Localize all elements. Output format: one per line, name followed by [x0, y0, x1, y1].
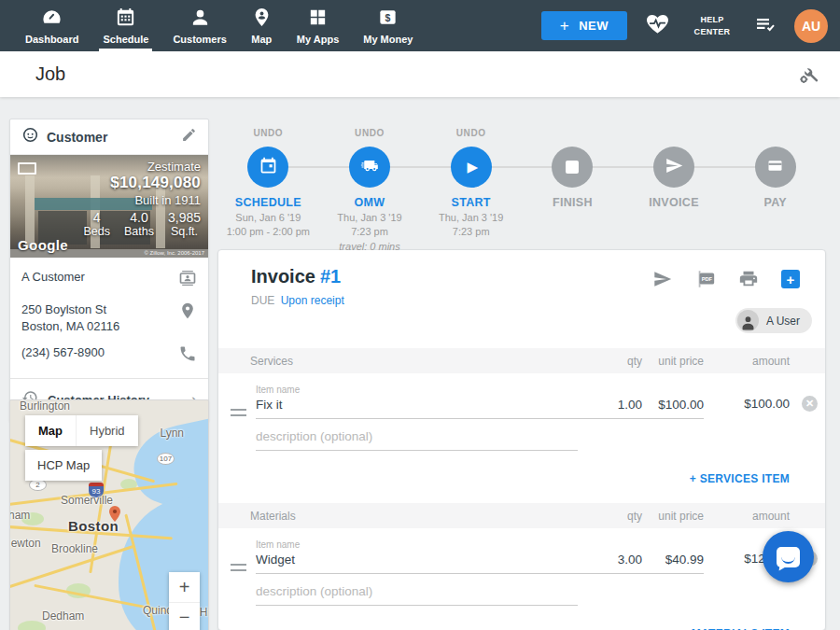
nav-item-my-apps[interactable]: My Apps: [285, 0, 351, 51]
delete-item-icon[interactable]: ✕: [802, 396, 818, 412]
schedule-calendar-icon: [115, 7, 136, 30]
nav-item-label: My Money: [363, 34, 413, 45]
service-name-input[interactable]: [256, 395, 567, 419]
customer-card-title: Customer: [47, 130, 107, 145]
step-sub: Sun, Jan 6 '19 1:00 pm - 2:00 pm: [217, 211, 319, 240]
location-pin-icon[interactable]: [178, 301, 197, 324]
service-description-input[interactable]: [256, 427, 578, 451]
edit-pencil-icon[interactable]: [181, 127, 197, 147]
materials-section-header: Materials qty unit price amount: [218, 503, 825, 528]
chat-messenger-button[interactable]: [763, 531, 814, 582]
invoice-step-circle[interactable]: [653, 147, 694, 188]
undo-start-link[interactable]: UNDO: [420, 128, 522, 140]
pdf-icon[interactable]: PDF: [695, 269, 716, 289]
stop-icon: [566, 161, 579, 174]
finish-step-circle[interactable]: [552, 147, 593, 188]
google-watermark: Google: [18, 237, 68, 253]
step-label: INVOICE: [623, 196, 725, 209]
zoom-out-button[interactable]: −: [169, 602, 200, 630]
step-label: FINISH: [522, 196, 623, 209]
nav-item-map[interactable]: Map: [239, 0, 285, 51]
customers-person-icon: [189, 7, 211, 30]
send-invoice-icon[interactable]: [652, 269, 673, 289]
job-settings-wrench-gear-icon[interactable]: [797, 63, 819, 86]
add-invoice-button[interactable]: +: [781, 270, 800, 288]
page-title: Job: [35, 63, 65, 85]
activity-feed-check-icon[interactable]: [754, 13, 777, 39]
app-root: Dashboard Schedule Customers Map My Apps…: [0, 0, 840, 630]
streetview-frame-icon[interactable]: [18, 162, 36, 175]
material-description-input[interactable]: [256, 581, 578, 606]
credit-card-icon: [765, 156, 785, 179]
customer-name-row: A Customer: [21, 269, 197, 291]
services-label: Services: [250, 355, 567, 368]
user-avatar[interactable]: AU: [794, 9, 828, 43]
zestimate-overlay: Zestimate $10,149,080 Built in 1911 4 Be…: [83, 160, 201, 238]
print-icon[interactable]: [738, 269, 759, 289]
service-qty-input[interactable]: [567, 395, 642, 419]
help-center-link[interactable]: HELP CENTER: [688, 14, 736, 36]
route-107-shield: 107: [157, 453, 175, 465]
add-services-item-link[interactable]: + SERVICES ITEM: [690, 472, 790, 485]
step-invoice: INVOICE: [623, 128, 725, 254]
zoom-in-button[interactable]: +: [169, 572, 200, 602]
material-name-input[interactable]: [256, 550, 567, 574]
drag-handle-icon[interactable]: [231, 564, 246, 571]
amount-column-header: amount: [704, 510, 790, 523]
new-button[interactable]: + NEW: [541, 11, 627, 40]
step-pay: PAY: [724, 128, 826, 254]
undo-omw-link[interactable]: UNDO: [319, 128, 421, 140]
stat-beds: 4 Beds: [83, 210, 110, 238]
qty-column-header: qty: [567, 510, 642, 523]
map-type-map-button[interactable]: Map: [25, 415, 76, 446]
property-stats: 4 Beds 4.0 Baths 3,985 Sq.ft.: [83, 210, 201, 238]
add-services-row: + SERVICES ITEM: [218, 451, 825, 503]
step-sub: Thu, Jan 3 '19 7:23 pm: [420, 211, 522, 240]
nav-item-my-money[interactable]: $ My Money: [351, 0, 425, 51]
schedule-step-circle[interactable]: [247, 147, 288, 188]
nav-item-customers[interactable]: Customers: [161, 0, 238, 51]
customer-address: 250 Boylston St Boston, MA 02116: [21, 301, 119, 334]
nav-item-label: Dashboard: [25, 34, 78, 45]
contact-card-icon[interactable]: [178, 269, 197, 291]
service-unit-price-input[interactable]: [642, 395, 704, 419]
step-label: PAY: [724, 196, 826, 209]
nav-items: Dashboard Schedule Customers Map My Apps…: [0, 0, 425, 51]
nav-item-label: Map: [251, 34, 272, 45]
services-item-row: Item name $100.00 ✕: [218, 373, 825, 451]
unit-price-column-header: unit price: [642, 355, 704, 368]
step-finish: FINISH: [522, 128, 623, 254]
customer-phone-row: (234) 567-8900: [21, 344, 197, 367]
material-unit-price-input[interactable]: [642, 550, 704, 574]
map-label-boston: Boston: [68, 518, 119, 534]
customer-address-row: 250 Boylston St Boston, MA 02116: [21, 301, 197, 334]
step-schedule: UNDO SCHEDULE Sun, Jan 6 '19 1:00 pm - 2…: [217, 128, 319, 254]
step-label: OMW: [319, 196, 421, 209]
step-start: UNDO ▶ START Thu, Jan 3 '19 7:23 pm: [420, 128, 522, 254]
nav-item-dashboard[interactable]: Dashboard: [13, 0, 91, 51]
map-type-hybrid-button[interactable]: Hybrid: [76, 415, 138, 446]
phone-icon[interactable]: [178, 344, 197, 367]
customer-contact: A Customer 250 Boylston St Boston, MA 02…: [10, 258, 208, 421]
map-type-switcher: Map Hybrid: [25, 415, 138, 446]
nav-item-schedule[interactable]: Schedule: [91, 0, 161, 51]
invoice-header: Invoice#1 DUE Upon receipt PDF + A User: [218, 250, 825, 348]
services-section-header: Services qty unit price amount: [218, 348, 825, 373]
start-step-circle[interactable]: ▶: [451, 147, 492, 188]
material-qty-input[interactable]: [567, 550, 642, 574]
undo-schedule-link[interactable]: UNDO: [217, 128, 319, 140]
assigned-user-chip[interactable]: A User: [735, 308, 812, 333]
customer-card-header: Customer: [10, 119, 208, 155]
due-value-link[interactable]: Upon receipt: [281, 294, 344, 307]
drag-handle-icon[interactable]: [231, 409, 246, 416]
item-name-label: Item name: [256, 385, 818, 395]
qty-column-header: qty: [567, 355, 642, 368]
send-icon: [665, 156, 684, 179]
svg-text:$: $: [385, 12, 391, 23]
service-amount: $100.00: [704, 397, 790, 419]
hcp-map-button[interactable]: HCP Map: [25, 450, 102, 481]
omw-step-circle[interactable]: [349, 147, 390, 188]
play-icon: ▶: [467, 159, 478, 175]
pay-step-circle[interactable]: [755, 147, 796, 188]
health-heart-pulse-icon[interactable]: [645, 11, 670, 40]
